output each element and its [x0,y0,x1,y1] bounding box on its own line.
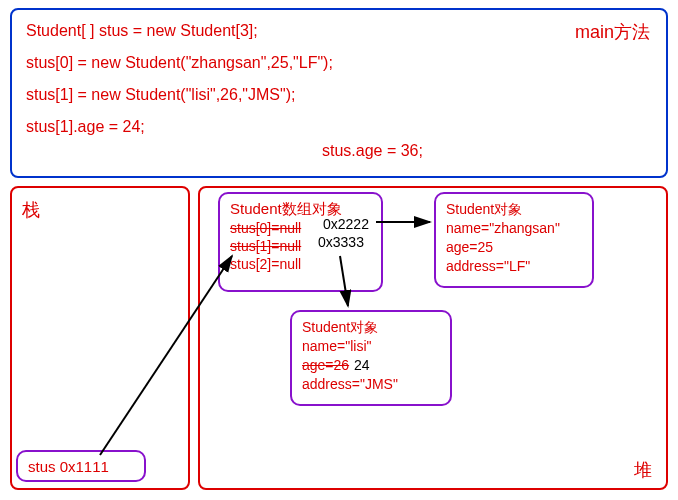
stack-variable-stus: stus 0x1111 [16,450,146,482]
obj2-address: address="JMS" [302,375,440,394]
obj2-age-struck: age=26 [302,357,349,373]
array-row-0-struck: stus[0]=null [230,220,301,236]
array-row-1-struck: stus[1]=null [230,238,301,254]
array-addr-1: 0x3333 [318,234,364,250]
code-block: Student[ ] stus = new Student[3]; stus[0… [10,8,668,178]
obj1-title: Student对象 [446,200,582,219]
stus-var-text: stus 0x1111 [28,458,109,475]
heap-title: 堆 [634,458,652,482]
student-object-2: Student对象 name="lisi" age=26 address="JM… [290,310,452,406]
obj1-address: address="LF" [446,257,582,276]
code-line-4: stus[1].age = 24; [26,118,652,136]
obj1-name: name="zhangsan" [446,219,582,238]
obj1-age: age=25 [446,238,582,257]
main-method-label: main方法 [575,20,650,44]
code-line-2: stus[0] = new Student("zhangsan",25,"LF"… [26,54,652,72]
obj2-title: Student对象 [302,318,440,337]
code-line-1: Student[ ] stus = new Student[3]; [26,22,652,40]
array-row-2: stus[2]=null [230,255,371,273]
obj2-age-new: 24 [354,357,370,373]
stack-area: 栈 [10,186,190,490]
obj2-age: age=26 [302,356,440,375]
obj2-name: name="lisi" [302,337,440,356]
student-object-1: Student对象 name="zhangsan" age=25 address… [434,192,594,288]
code-line-3: stus[1] = new Student("lisi",26,"JMS"); [26,86,652,104]
array-addr-0: 0x2222 [323,216,369,232]
stack-title: 栈 [22,198,178,222]
code-inline: stus.age = 36; [322,142,423,160]
